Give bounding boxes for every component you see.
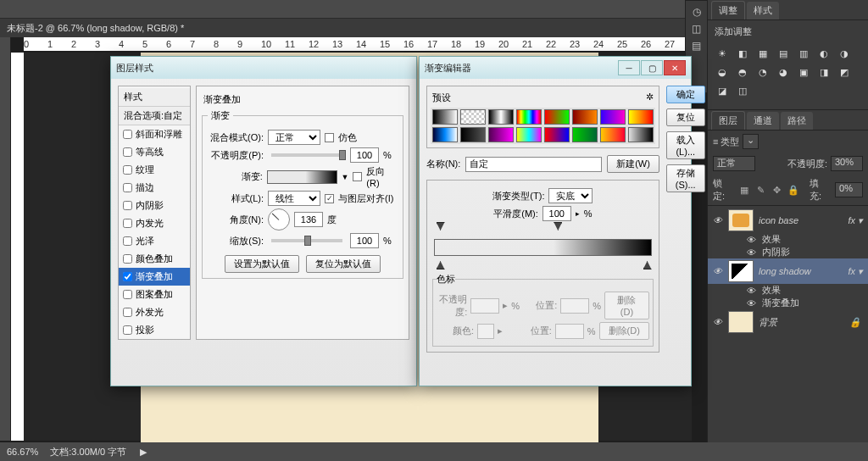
blend-options-header[interactable]: 混合选项:自定 <box>119 107 190 125</box>
fill-value[interactable]: 0% <box>835 182 863 197</box>
adjustment-icon[interactable]: ◨ <box>816 65 832 79</box>
layer-effect[interactable]: 👁效果 <box>708 284 868 297</box>
styles-header[interactable]: 样式 <box>119 88 190 107</box>
adjustment-icon[interactable]: ▣ <box>796 65 811 79</box>
style-option[interactable]: 投影 <box>119 321 190 339</box>
style-option[interactable]: 图案叠加 <box>119 286 190 303</box>
close-button[interactable]: ✕ <box>664 60 686 75</box>
style-option[interactable]: 渐变叠加 <box>119 268 190 286</box>
adjustment-icon[interactable]: ▤ <box>776 47 791 60</box>
gradient-preset[interactable] <box>572 127 598 142</box>
tab-paths[interactable]: 路径 <box>781 112 813 130</box>
align-checkbox[interactable] <box>325 194 334 203</box>
load-button[interactable]: 载入(L)... <box>666 131 705 159</box>
lock-paint-icon[interactable]: ✎ <box>754 185 765 196</box>
stop-opacity-input[interactable] <box>470 298 499 314</box>
gradient-bar[interactable] <box>434 239 652 256</box>
blend-mode-combo[interactable]: 正常 <box>268 130 320 145</box>
delete-color-stop-button[interactable]: 删除(D) <box>599 322 649 340</box>
stop-color-swatch[interactable] <box>477 324 494 339</box>
style-option[interactable]: 斜面和浮雕 <box>119 125 190 143</box>
visibility-icon[interactable]: 👁 <box>711 266 723 276</box>
kind-filter[interactable]: ⌄ <box>743 134 759 149</box>
history-icon[interactable]: ◷ <box>693 6 701 18</box>
opacity-stop[interactable] <box>437 222 445 230</box>
lock-pixels-icon[interactable]: ▦ <box>738 185 749 196</box>
opacity-value[interactable]: 30% <box>831 156 863 171</box>
gradient-preset[interactable] <box>432 127 458 142</box>
stop-location-input[interactable] <box>560 298 589 314</box>
adjustment-icon[interactable]: ◫ <box>735 84 750 97</box>
adjustment-icon[interactable]: ◒ <box>715 65 730 79</box>
tab-layers[interactable]: 图层 <box>711 111 745 130</box>
adjustment-icon[interactable]: ☀ <box>715 47 730 60</box>
zoom-level[interactable]: 66.67% <box>7 447 38 457</box>
style-option[interactable]: 颜色叠加 <box>119 250 190 268</box>
lock-all-icon[interactable]: 🔒 <box>787 185 799 196</box>
adjustment-icon[interactable]: ◑ <box>837 47 852 60</box>
gradient-preset[interactable] <box>600 127 626 142</box>
delete-stop-button[interactable]: 删除(D) <box>604 292 649 319</box>
reset-default-button[interactable]: 复位为默认值 <box>306 255 381 273</box>
actions-icon[interactable]: ▤ <box>692 40 701 52</box>
blend-mode-select[interactable]: 正常 <box>713 156 755 171</box>
maximize-button[interactable]: ▢ <box>641 60 663 75</box>
style-option[interactable]: 光泽 <box>119 232 190 250</box>
style-combo[interactable]: 线性 <box>268 191 320 206</box>
gradient-preset[interactable] <box>628 127 654 142</box>
type-combo[interactable]: 实底 <box>548 188 593 203</box>
gradient-preset[interactable] <box>460 127 486 142</box>
layer-effect[interactable]: 👁渐变叠加 <box>708 297 868 309</box>
gradient-preset[interactable] <box>488 127 514 142</box>
scale-input[interactable] <box>350 233 379 248</box>
stop-color-location-input[interactable] <box>555 324 584 339</box>
gradient-preset[interactable] <box>432 109 458 125</box>
style-option[interactable]: 纹理 <box>119 161 190 179</box>
swatch-icon[interactable]: ◫ <box>692 23 701 35</box>
ok-button[interactable]: 确定 <box>666 86 705 103</box>
dither-checkbox[interactable] <box>325 133 334 142</box>
adjustment-icon[interactable]: ◔ <box>755 65 771 79</box>
gradient-swatch[interactable] <box>267 170 337 184</box>
style-option[interactable]: 外发光 <box>119 303 190 321</box>
adjustment-icon[interactable]: ◓ <box>735 65 750 79</box>
tab-styles[interactable]: 样式 <box>747 2 779 19</box>
visibility-icon[interactable]: 👁 <box>711 317 723 327</box>
new-button[interactable]: 新建(W) <box>607 155 659 173</box>
opacity-stop[interactable] <box>554 222 562 230</box>
toolbox[interactable] <box>0 37 11 441</box>
gradient-preset[interactable] <box>544 109 570 125</box>
make-default-button[interactable]: 设置为默认值 <box>225 255 299 273</box>
adjustment-icon[interactable]: ▥ <box>796 47 811 60</box>
visibility-icon[interactable]: 👁 <box>711 215 723 225</box>
opacity-input[interactable] <box>350 147 379 163</box>
layer-effect[interactable]: 👁内阴影 <box>708 246 868 258</box>
lock-position-icon[interactable]: ✥ <box>771 185 782 196</box>
style-option[interactable]: 内阴影 <box>119 197 190 214</box>
tab-adjustments[interactable]: 调整 <box>711 1 745 19</box>
smoothness-input[interactable] <box>542 206 571 221</box>
adjustment-icon[interactable]: ▦ <box>755 47 771 60</box>
angle-dial[interactable] <box>268 208 290 230</box>
gradient-preset[interactable] <box>544 127 570 142</box>
adjustment-icon[interactable]: ◩ <box>837 65 852 79</box>
gradient-preset[interactable] <box>600 109 626 125</box>
gradient-preset[interactable] <box>628 109 654 125</box>
gear-icon[interactable]: ✲ <box>646 92 654 104</box>
color-stop[interactable] <box>643 261 652 269</box>
layer-row[interactable]: 👁icon basefx ▾ <box>708 208 868 233</box>
dialog-titlebar[interactable]: 渐变编辑器 ─ ▢ ✕ <box>420 57 691 79</box>
document-tab[interactable]: 未标题-2 @ 66.7% (long shadow, RGB/8) * <box>7 22 184 35</box>
adjustment-icon[interactable]: ◪ <box>715 84 730 97</box>
chevron-right-icon[interactable]: ▶ <box>140 447 147 458</box>
layer-row[interactable]: 👁背景🔒 <box>708 309 868 335</box>
gradient-preset[interactable] <box>516 109 542 125</box>
style-option[interactable]: 内发光 <box>119 214 190 232</box>
layer-effect[interactable]: 👁效果 <box>708 233 868 246</box>
dialog-titlebar[interactable]: 图层样式 <box>111 57 416 79</box>
gradient-preset[interactable] <box>516 127 542 142</box>
layer-row[interactable]: 👁long shadowfx ▾ <box>708 258 868 284</box>
gradient-preset[interactable] <box>572 109 598 125</box>
style-option[interactable]: 等高线 <box>119 143 190 161</box>
cancel-button[interactable]: 复位 <box>666 108 705 126</box>
